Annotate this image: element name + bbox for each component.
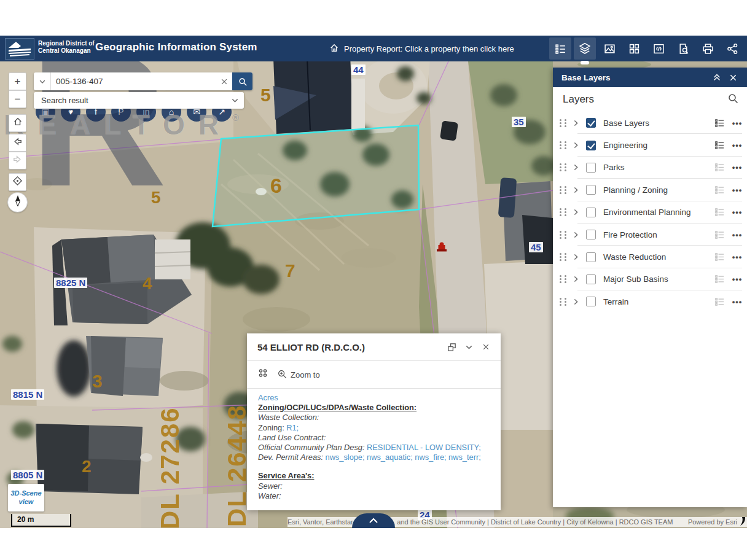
share-icon[interactable] [721, 37, 743, 60]
layer-options-icon[interactable]: ••• [727, 230, 747, 239]
lot-number-7: 7 [285, 260, 295, 281]
layer-checkbox[interactable] [586, 297, 596, 306]
layer-checkbox[interactable] [586, 163, 596, 173]
field-value-link[interactable]: nws_slope; [326, 453, 365, 462]
home-extent-button[interactable] [9, 114, 26, 132]
legend-icon[interactable] [711, 297, 727, 307]
layer-search-icon[interactable] [727, 93, 738, 106]
address-label-44: 44 [351, 64, 366, 75]
print-icon[interactable] [697, 37, 719, 60]
collapse-popup-icon[interactable] [460, 338, 477, 356]
layer-checkbox[interactable] [586, 141, 596, 150]
search-result-dropdown[interactable]: Search result [34, 92, 244, 109]
field-value-link[interactable]: nws_terr; [447, 453, 481, 462]
expand-layer-icon[interactable] [569, 253, 582, 261]
layer-options-icon[interactable]: ••• [727, 297, 747, 306]
basemap-icon[interactable] [598, 37, 620, 60]
layer-label: Major Sub Basins [598, 274, 711, 284]
layer-checkbox[interactable] [586, 252, 596, 262]
close-panel-icon[interactable] [725, 69, 741, 85]
expand-layer-icon[interactable] [569, 119, 582, 127]
forward-button[interactable] [9, 152, 26, 169]
locate-button[interactable] [9, 173, 26, 191]
layer-options-icon[interactable]: ••• [727, 185, 747, 195]
dock-icon[interactable] [443, 338, 460, 356]
property-report-button[interactable]: Property Report: Click a property then c… [329, 43, 514, 55]
lot-number-5: 5 [151, 188, 161, 208]
drag-handle-icon[interactable] [558, 229, 569, 240]
address-label-8805-n: 8805 N [11, 470, 44, 480]
field-link[interactable]: Acres [258, 393, 278, 402]
search-input[interactable] [51, 72, 216, 90]
search-source-dropdown[interactable] [34, 72, 51, 90]
layer-options-icon[interactable]: ••• [727, 208, 747, 217]
grid-icon[interactable] [623, 37, 645, 60]
gis-application: 4435458825 N8815 N8805 N245567432DL 2728… [0, 0, 747, 560]
actions-menu-icon[interactable] [257, 368, 268, 381]
layer-options-icon[interactable]: ••• [727, 252, 747, 262]
expand-layer-icon[interactable] [569, 231, 582, 239]
drag-handle-icon[interactable] [558, 296, 569, 307]
logo-text: Regional District of Central Okanagan [38, 40, 95, 54]
zoom-out-button[interactable]: − [9, 90, 26, 108]
layers-icon[interactable] [574, 37, 596, 60]
filesearch-icon[interactable] [672, 37, 694, 60]
expand-layer-icon[interactable] [569, 141, 582, 149]
layer-list: Base Layers•••Engineering•••Parks•••Plan… [553, 112, 747, 313]
field-value-link[interactable]: RESIDENTIAL - LOW DENSITY; [367, 443, 481, 452]
legend-icon[interactable] [711, 140, 727, 150]
popup-title: 54 ELLIOT RD (R.D.C.O.) [257, 342, 443, 352]
rdco-logo [5, 38, 34, 60]
compass-button[interactable] [7, 192, 28, 212]
field-value-link[interactable]: nws_aquatic; [365, 453, 413, 462]
layer-options-icon[interactable]: ••• [727, 274, 747, 284]
drag-handle-icon[interactable] [558, 207, 569, 218]
expand-layer-icon[interactable] [569, 163, 582, 171]
legend-icon[interactable] [711, 230, 727, 240]
scene-view-button[interactable]: 3D-Scene view [8, 484, 44, 511]
expand-layer-icon[interactable] [569, 186, 582, 194]
zoom-in-button[interactable]: + [9, 72, 26, 90]
popup-body: AcresZoning/OCP/LUCs/DPAs/Waste Collecti… [247, 389, 501, 501]
clear-search-icon[interactable] [216, 72, 232, 90]
drag-handle-icon[interactable] [558, 252, 569, 263]
legend-icon[interactable] [711, 162, 727, 173]
drag-handle-icon[interactable] [558, 117, 569, 128]
collapse-panel-icon[interactable] [709, 69, 725, 85]
popup-line: Dev. Permit Areas: nws_slope; nws_aquati… [258, 453, 490, 462]
legend-icon[interactable] [711, 252, 727, 262]
expand-layer-icon[interactable] [569, 298, 582, 306]
close-popup-icon[interactable] [477, 338, 495, 356]
layer-checkbox[interactable] [586, 274, 596, 284]
legend-icon[interactable] [711, 118, 727, 128]
layer-label: Engineering [598, 141, 711, 150]
selected-parcel-outline[interactable] [213, 125, 419, 227]
drag-handle-icon[interactable] [558, 184, 569, 195]
lot-number-5: 5 [260, 85, 271, 106]
layer-checkbox[interactable] [586, 118, 596, 128]
zoom-to-button[interactable]: Zoom to [277, 369, 320, 381]
drag-handle-icon[interactable] [558, 162, 569, 173]
expand-layer-icon[interactable] [569, 208, 582, 216]
code-icon[interactable] [647, 37, 670, 60]
legend-icon[interactable] [711, 274, 727, 284]
layer-options-icon[interactable]: ••• [727, 163, 747, 172]
address-label-45: 45 [529, 242, 543, 252]
layers-heading: Layers [563, 93, 727, 106]
back-button[interactable] [9, 134, 26, 152]
field-value-link[interactable]: nws_fire; [413, 453, 447, 462]
legend-icon[interactable] [711, 185, 727, 195]
legend-list-icon[interactable] [549, 37, 571, 60]
layer-checkbox[interactable] [586, 185, 596, 195]
layer-options-icon[interactable]: ••• [727, 119, 747, 128]
layer-options-icon[interactable]: ••• [727, 141, 747, 150]
layer-checkbox[interactable] [586, 208, 596, 217]
layer-checkbox[interactable] [586, 230, 596, 239]
drag-handle-icon[interactable] [558, 274, 569, 285]
search-button[interactable] [232, 72, 252, 90]
expand-layer-icon[interactable] [569, 275, 582, 283]
field-value-link[interactable]: R1; [286, 423, 299, 432]
drag-handle-icon[interactable] [558, 140, 569, 151]
expand-attribution-button[interactable] [352, 513, 395, 528]
legend-icon[interactable] [711, 207, 727, 217]
